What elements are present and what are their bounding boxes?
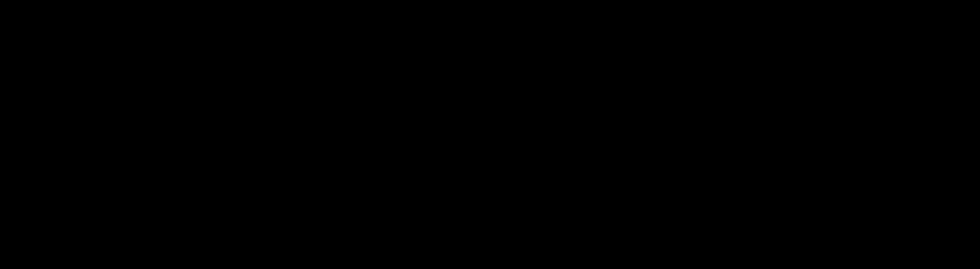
colorbar-label — [967, 37, 978, 220]
ceilometer-quicklook — [0, 0, 980, 269]
ceilometer-heatmap-canvas — [0, 0, 980, 269]
y-axis-label — [0, 38, 11, 221]
colorbar — [937, 10, 950, 247]
